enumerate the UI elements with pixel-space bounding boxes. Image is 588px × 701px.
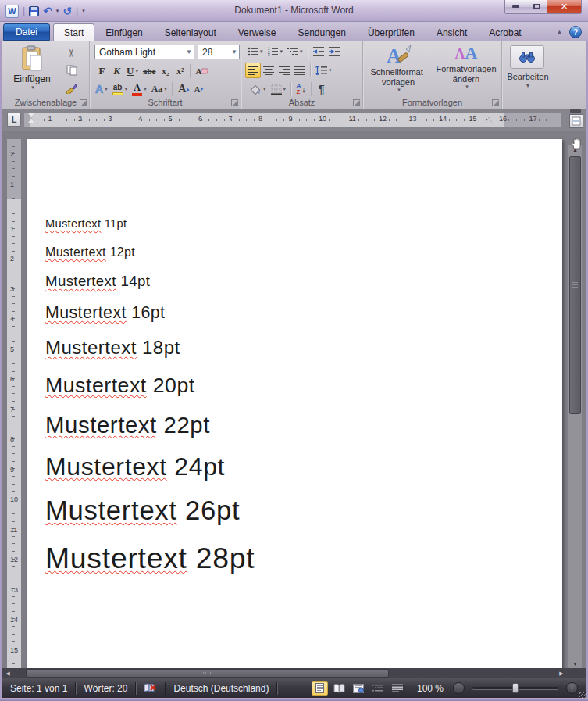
minimize-button[interactable] [504, 0, 526, 14]
grow-font-button[interactable]: A▲ [175, 81, 190, 97]
subscript-button[interactable]: x₂ [158, 63, 173, 79]
tab-einfügen[interactable]: Einfügen [94, 23, 153, 41]
line-spacing-button[interactable]: ▾ [313, 63, 334, 78]
font-color-button[interactable]: A ▾ [130, 81, 149, 97]
numbering-button[interactable]: 123 ▾ [265, 44, 286, 59]
font-name-combo[interactable]: Gotham Light ▼ [94, 45, 194, 59]
document-line-26pt[interactable]: Mustertext 26pt [45, 495, 547, 528]
change-styles-button[interactable]: AA Formatvorlagen ändern ▾ [433, 44, 499, 97]
shrink-font-button[interactable]: A▼ [190, 81, 205, 97]
document-line-22pt[interactable]: Mustertext 22pt [45, 411, 547, 438]
cut-button[interactable]: ✂ [63, 45, 80, 60]
help-button[interactable]: ? [569, 26, 582, 38]
borders-button[interactable]: ▾ [269, 81, 289, 97]
increase-indent-button[interactable] [326, 44, 342, 59]
language-indicator[interactable]: Deutsch (Deutschland) [166, 678, 276, 698]
split-handle[interactable] [570, 109, 581, 113]
scroll-down-icon[interactable]: ▼ [568, 661, 582, 667]
document-line-24pt[interactable]: Mustertext 24pt [45, 452, 547, 481]
copy-button[interactable] [63, 63, 80, 78]
size-label: 12pt [106, 245, 135, 259]
tab-datei[interactable]: Datei [3, 23, 50, 41]
multilevel-list-button[interactable]: ▾ [285, 44, 305, 59]
quick-styles-button[interactable]: A Schnellformat-vorlagen ▾ [365, 44, 431, 97]
fullscreen-reading-view-button[interactable] [331, 681, 347, 696]
tab-start[interactable]: Start [53, 23, 94, 41]
bullets-button[interactable]: ▾ [245, 44, 265, 59]
zoom-in-button[interactable]: + [566, 682, 578, 694]
underline-button[interactable]: U▾ [124, 63, 141, 79]
horizontal-scrollbar[interactable]: ◀ ▶ [2, 668, 567, 678]
horizontal-ruler[interactable]: 1234567891011121314151617 [24, 113, 561, 127]
paste-button[interactable]: Einfügen ▾ [12, 45, 52, 96]
strikethrough-button[interactable]: abe [141, 63, 159, 79]
hanging-indent-marker[interactable] [28, 118, 34, 123]
sort-button[interactable]: AZ ↓ [294, 81, 308, 97]
zoom-level[interactable]: 100 % [417, 683, 444, 694]
collapse-ribbon-icon[interactable]: ▲ [556, 28, 563, 36]
bold-button[interactable]: F [94, 63, 109, 79]
document-page[interactable]: Mustertext 11ptMustertext 12ptMustertext… [27, 139, 562, 668]
format-painter-button[interactable] [63, 80, 80, 96]
document-line-11pt[interactable]: Mustertext 11pt [45, 217, 547, 231]
chevron-down-icon[interactable]: ▼ [502, 83, 554, 88]
highlight-button[interactable]: ab ▾ [110, 81, 130, 97]
vertical-ruler[interactable]: 21123456789101112131415 [7, 139, 21, 668]
find-button[interactable] [510, 45, 544, 69]
clear-formatting-button[interactable]: A [193, 63, 212, 79]
zoom-out-button[interactable]: − [453, 682, 465, 694]
align-center-button[interactable] [261, 63, 276, 78]
dialog-launcher-icon[interactable] [231, 99, 238, 106]
spellcheck-button[interactable] [136, 678, 165, 698]
tab-überprüfen[interactable]: Überprüfen [357, 23, 426, 41]
draft-view-button[interactable] [390, 681, 406, 696]
decrease-indent-button[interactable] [311, 44, 326, 59]
horizontal-scroll-thumb[interactable] [26, 669, 389, 678]
word-count[interactable]: Wörter: 20 [76, 678, 135, 698]
align-right-button[interactable] [276, 63, 292, 78]
vertical-scrollbar[interactable]: ▲ ▼ [568, 145, 582, 668]
web-layout-view-button[interactable] [351, 681, 367, 696]
change-case-button[interactable]: Aa▾ [149, 81, 169, 97]
tab-acrobat[interactable]: Acrobat [478, 23, 532, 41]
document-line-28pt[interactable]: Mustertext 28pt [45, 541, 547, 576]
document-line-16pt[interactable]: Mustertext 16pt [45, 303, 547, 324]
editing-label[interactable]: Bearbeiten [502, 72, 554, 81]
close-button[interactable]: ✕ [547, 0, 582, 14]
print-layout-view-button[interactable] [312, 681, 328, 696]
ruler-number: 2 [10, 255, 14, 263]
tab-selector-button[interactable]: L [7, 113, 21, 127]
dialog-launcher-icon[interactable] [353, 99, 360, 106]
zoom-slider-thumb[interactable] [512, 683, 519, 693]
justify-button[interactable] [292, 63, 308, 78]
window-controls: ✕ [504, 0, 582, 14]
svg-text:3: 3 [268, 53, 270, 56]
group-label: Absatz [241, 98, 362, 107]
zoom-slider[interactable] [472, 687, 558, 689]
document-line-18pt[interactable]: Mustertext 18pt [45, 337, 547, 359]
vertical-scroll-thumb[interactable] [569, 156, 581, 414]
superscript-button[interactable]: x² [173, 63, 187, 79]
italic-button[interactable]: K [109, 63, 124, 79]
show-paragraph-marks-button[interactable]: ¶ [314, 81, 329, 97]
dialog-launcher-icon[interactable] [492, 99, 499, 106]
tab-verweise[interactable]: Verweise [227, 23, 287, 41]
document-line-14pt[interactable]: Mustertext 14pt [45, 273, 547, 290]
tab-ansicht[interactable]: Ansicht [426, 23, 478, 41]
scroll-right-icon[interactable]: ▶ [556, 671, 567, 677]
tab-sendungen[interactable]: Sendungen [287, 23, 356, 41]
maximize-button[interactable] [526, 0, 547, 14]
page-indicator[interactable]: Seite: 1 von 1 [2, 678, 75, 698]
align-left-button[interactable] [245, 63, 261, 78]
font-size-combo[interactable]: 28 ▼ [198, 45, 240, 59]
right-indent-marker[interactable] [485, 117, 493, 123]
ruler-toggle-button[interactable] [569, 114, 583, 128]
text-effects-button[interactable]: A▾ [93, 81, 110, 97]
tab-seitenlayout[interactable]: Seitenlayout [154, 23, 227, 41]
document-line-12pt[interactable]: Mustertext 12pt [45, 245, 547, 259]
outline-view-button[interactable] [370, 681, 387, 696]
scroll-left-icon[interactable]: ◀ [2, 671, 13, 677]
shading-button[interactable]: ▾ [248, 81, 269, 97]
dialog-launcher-icon[interactable] [80, 99, 87, 106]
document-line-20pt[interactable]: Mustertext 20pt [45, 373, 547, 398]
